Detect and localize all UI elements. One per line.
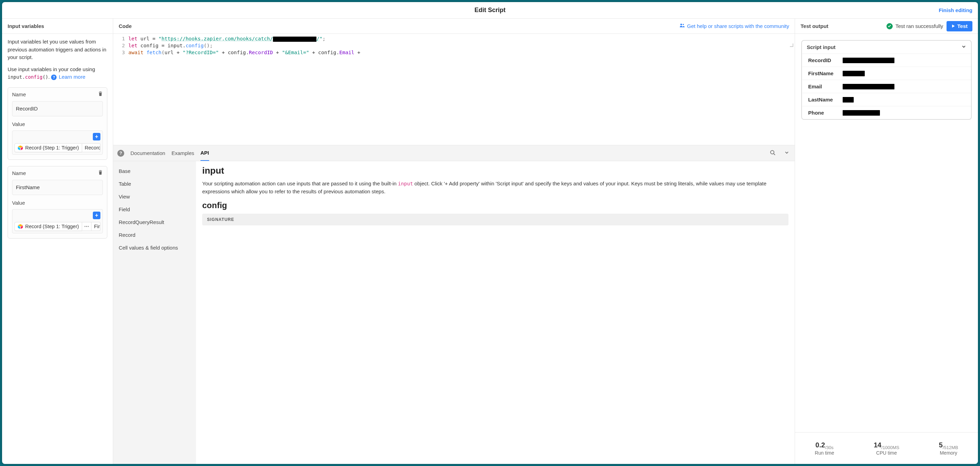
value-box: + Record (Step 1: Trigger) Record [12, 130, 103, 155]
script-input-card: Script input RecordID FirstName [801, 40, 972, 120]
redacted-value [843, 110, 880, 116]
variable-name-input[interactable] [12, 101, 103, 116]
code-editor[interactable]: 1 2 3 let url = "https://hooks.zapier.co… [113, 34, 795, 145]
docs-h3: config [202, 200, 789, 210]
finish-editing-link[interactable]: Finish editing [939, 2, 973, 18]
input-variable-card: Name Value + [8, 87, 107, 160]
add-value-button[interactable]: + [93, 212, 100, 219]
token-field[interactable]: Record [82, 143, 100, 152]
metric-cputime: 14/1000MS CPU time [874, 441, 899, 456]
tab-api[interactable]: API [200, 145, 209, 161]
script-input-toggle[interactable]: Script input [802, 41, 971, 54]
redacted-url [273, 37, 317, 42]
redacted-value [843, 71, 865, 76]
add-value-button[interactable]: + [93, 133, 100, 140]
script-input-row: FirstName [802, 67, 971, 80]
test-button[interactable]: Test [947, 21, 972, 32]
redacted-value [843, 97, 854, 103]
page-title: Edit Script [474, 6, 506, 14]
test-output-panel: Test output Test ran successfully Test S… [795, 19, 978, 464]
help2-code: input.config() [8, 74, 48, 80]
delete-icon[interactable] [98, 170, 103, 177]
metric-memory: 5/512MB Memory [939, 441, 958, 456]
community-link-label: Get help or share scripts with the commu… [687, 23, 789, 29]
docs-h2: input [202, 165, 789, 176]
token-field[interactable]: Fir [91, 222, 100, 231]
docs-nav-view[interactable]: View [113, 190, 196, 203]
value-label: Value [12, 200, 25, 206]
learn-more-link[interactable]: Learn more [59, 74, 86, 80]
metrics-bar: 0.2/30s Run time 14/1000MS CPU time 5/51… [795, 432, 978, 464]
variable-name-input[interactable] [12, 180, 103, 195]
token-more[interactable]: ⋯ [82, 222, 91, 231]
test-body: Script input RecordID FirstName [795, 34, 978, 432]
docs-body: Base Table View Field RecordQueryResult … [113, 161, 795, 464]
input-variable-card: Name Value + [8, 166, 107, 239]
community-link[interactable]: Get help or share scripts with the commu… [679, 23, 789, 29]
search-icon[interactable] [768, 150, 777, 156]
token-label: Record (Step 1: Trigger) [25, 224, 79, 229]
svg-point-7 [682, 24, 684, 25]
value-pill-row: Record (Step 1: Trigger) ⋯ Fir [14, 222, 100, 231]
help-text-1: Input variables let you use values from … [8, 38, 107, 62]
docs-pane: ? Documentation Examples API Base Ta [113, 145, 795, 464]
docs-nav: Base Table View Field RecordQueryResult … [113, 161, 196, 464]
svg-point-8 [770, 151, 774, 154]
docs-content: input Your scripting automation action c… [196, 161, 795, 464]
script-input-row: Email [802, 80, 971, 93]
code-panel: Code Get help or share scripts with the … [113, 19, 795, 464]
status-label: Test ran successfully [896, 23, 943, 29]
chevron-down-icon[interactable] [783, 150, 791, 156]
main-columns: Input variables Input variables let you … [2, 19, 978, 464]
value-box: + Record (Step 1: Trigger) ⋯ Fir [12, 209, 103, 233]
delete-icon[interactable] [98, 91, 103, 98]
test-output-header: Test output Test ran successfully Test [795, 19, 978, 34]
help2-prefix: Use input variables in your code using [8, 66, 95, 72]
chevron-down-icon [961, 44, 966, 50]
airtable-icon [18, 145, 23, 151]
help-text-2: Use input variables in your code using i… [8, 65, 107, 81]
check-icon [886, 23, 893, 29]
docs-nav-record[interactable]: Record [113, 229, 196, 241]
svg-line-9 [774, 154, 775, 155]
tab-examples[interactable]: Examples [172, 145, 194, 161]
test-output-title: Test output [800, 23, 829, 29]
test-status: Test ran successfully [886, 23, 943, 29]
help-icon[interactable]: ? [117, 150, 124, 157]
svg-point-6 [681, 24, 682, 25]
help-icon[interactable]: ? [51, 75, 57, 80]
script-input-row: LastName [802, 93, 971, 106]
code-area[interactable]: let url = "https://hooks.zapier.com/hook… [128, 34, 795, 145]
input-variables-body: Input variables let you use values from … [2, 34, 113, 464]
input-variables-header: Input variables [2, 19, 113, 34]
edit-script-window: Edit Script Finish editing Input variabl… [2, 2, 978, 464]
code-header: Code Get help or share scripts with the … [113, 19, 795, 34]
docs-nav-base[interactable]: Base [113, 165, 196, 177]
token-label: Record (Step 1: Trigger) [25, 145, 79, 151]
value-token[interactable]: Record (Step 1: Trigger) [14, 143, 82, 152]
signature-box: SIGNATURE [202, 214, 789, 226]
docs-nav-cells[interactable]: Cell values & field options [113, 241, 196, 254]
docs-nav-table[interactable]: Table [113, 177, 196, 190]
docs-toolbar: ? Documentation Examples API [113, 145, 795, 161]
code-header-title: Code [119, 23, 132, 29]
input-variables-panel: Input variables Input variables let you … [2, 19, 113, 464]
airtable-icon [18, 224, 23, 229]
redacted-value [843, 84, 894, 89]
script-input-row: RecordID [802, 54, 971, 67]
script-input-row: Phone [802, 106, 971, 119]
value-token[interactable]: Record (Step 1: Trigger) [14, 222, 82, 231]
name-label: Name [12, 91, 26, 97]
titlebar: Edit Script Finish editing [2, 2, 978, 19]
line-gutter: 1 2 3 [113, 34, 128, 145]
docs-paragraph: Your scripting automation action can use… [202, 180, 789, 196]
name-label: Name [12, 170, 26, 176]
docs-nav-rqr[interactable]: RecordQueryResult [113, 216, 196, 229]
tab-documentation[interactable]: Documentation [130, 145, 165, 161]
docs-nav-field[interactable]: Field [113, 203, 196, 216]
play-icon [951, 24, 955, 28]
minimap-icon [790, 43, 793, 47]
metric-runtime: 0.2/30s Run time [815, 441, 834, 456]
test-button-label: Test [957, 23, 967, 29]
script-input-rows: RecordID FirstName Email LastName [802, 54, 971, 119]
